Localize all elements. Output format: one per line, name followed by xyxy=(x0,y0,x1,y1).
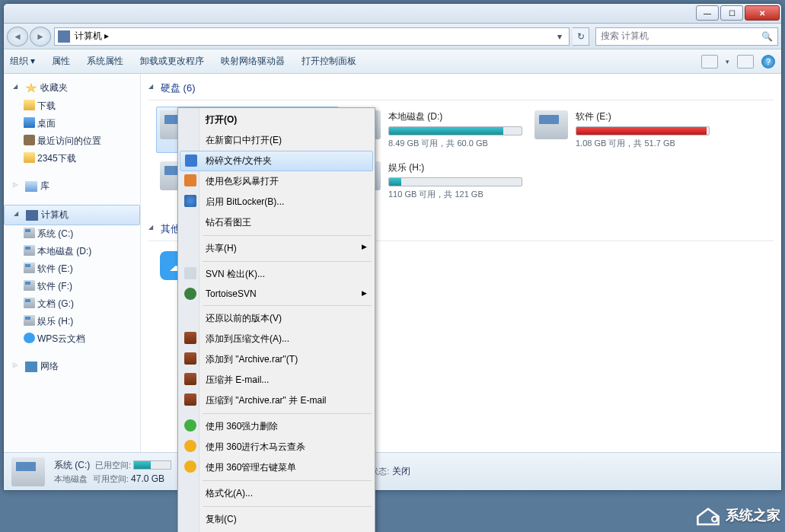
context-menu-item[interactable]: 共享(H) xyxy=(180,238,373,259)
360y-icon xyxy=(184,440,196,452)
rar-icon xyxy=(184,393,196,406)
view-options-icon[interactable] xyxy=(701,55,718,68)
sidebar-drive-g[interactable]: 文档 (G:) xyxy=(4,295,140,313)
view-dropdown-icon[interactable]: ▾ xyxy=(726,58,729,65)
libraries-header[interactable]: 库 xyxy=(4,177,140,196)
network-header[interactable]: 网络 xyxy=(4,357,140,376)
toolbar: 组织 ▾ 属性 系统属性 卸载或更改程序 映射网络驱动器 打开控制面板 ▾ ? xyxy=(4,49,781,74)
minimize-button[interactable] xyxy=(696,5,719,21)
control-panel-button[interactable]: 打开控制面板 xyxy=(302,55,356,68)
svg-point-0 xyxy=(712,517,717,522)
map-drive-button[interactable]: 映射网络驱动器 xyxy=(221,55,285,68)
context-menu-item[interactable]: SVN 检出(K)... xyxy=(180,264,373,285)
context-menu-item[interactable]: 添加到压缩文件(A)... xyxy=(180,329,373,349)
context-menu-item[interactable]: 使用色彩风暴打开 xyxy=(180,171,373,192)
context-menu-item[interactable]: 使用 360强力删除 xyxy=(180,416,373,437)
address-text: 计算机 ▸ xyxy=(75,30,109,43)
drive-icon xyxy=(24,245,35,256)
drive-icon xyxy=(24,228,35,238)
capacity-bar xyxy=(388,177,522,186)
explorer-window: ◄ ► 计算机 ▸ ▾ ↻ 搜索 计算机 🔍 组织 ▾ 属性 系统属性 卸载或更… xyxy=(3,3,782,491)
help-icon[interactable]: ? xyxy=(761,55,775,68)
capacity-bar xyxy=(576,126,710,135)
detail-free: 47.0 GB xyxy=(131,473,164,484)
titlebar xyxy=(4,4,781,24)
context-menu-item[interactable]: 压缩到 "Archive.rar" 并 E-mail xyxy=(180,390,373,411)
context-menu-item[interactable]: 粉碎文件/文件夹 xyxy=(180,151,373,171)
drive-capacity-text: 8.49 GB 可用，共 60.0 GB xyxy=(388,138,522,149)
drive-name: 软件 (E:) xyxy=(576,110,710,123)
sidebar-wps-cloud[interactable]: WPS云文档 xyxy=(4,330,140,348)
context-menu-item[interactable]: 钻石看图王 xyxy=(180,212,373,233)
context-menu-item[interactable]: 压缩并 E-mail... xyxy=(180,370,373,390)
address-dropdown-icon[interactable]: ▾ xyxy=(554,31,566,42)
sidebar-drive-d[interactable]: 本地磁盘 (D:) xyxy=(4,243,140,260)
drive-icon xyxy=(11,457,45,486)
used-bar xyxy=(133,460,171,470)
context-menu-item[interactable]: 在新窗口中打开(E) xyxy=(180,130,373,151)
maximize-button[interactable] xyxy=(720,5,743,21)
system-properties-button[interactable]: 系统属性 xyxy=(87,55,123,68)
context-menu-item[interactable]: TortoiseSVN xyxy=(180,285,373,303)
drives-section-header[interactable]: 硬盘 (6) xyxy=(141,74,781,98)
drive-capacity-text: 110 GB 可用，共 121 GB xyxy=(388,189,522,200)
search-icon: 🔍 xyxy=(761,31,773,42)
star-icon xyxy=(25,83,37,94)
detail-type: 本地磁盘 xyxy=(54,474,88,483)
preview-pane-icon[interactable] xyxy=(737,55,754,68)
context-menu-item[interactable]: 添加到 "Archive.rar"(T) xyxy=(180,349,373,370)
sidebar-item-recent[interactable]: 最近访问的位置 xyxy=(4,132,140,150)
watermark: 系统之家 xyxy=(695,505,780,526)
sidebar-drive-f[interactable]: 软件 (F:) xyxy=(4,278,140,295)
drive-name: 娱乐 (H:) xyxy=(388,161,522,174)
sidebar-item-downloads[interactable]: 下载 xyxy=(4,97,140,115)
sidebar-drive-h[interactable]: 娱乐 (H:) xyxy=(4,313,140,330)
rar-icon xyxy=(184,352,196,365)
drive-icon xyxy=(24,280,35,291)
uninstall-button[interactable]: 卸载或更改程序 xyxy=(140,55,204,68)
context-menu-item[interactable]: 打开(O) xyxy=(180,110,373,130)
360y-icon xyxy=(184,460,196,473)
context-menu-item[interactable]: 使用 360进行木马云查杀 xyxy=(180,437,373,457)
back-button[interactable]: ◄ xyxy=(7,27,28,46)
context-menu-item[interactable]: 格式化(A)... xyxy=(180,483,373,504)
rar-icon xyxy=(184,373,196,385)
sidebar-drive-c[interactable]: 系统 (C:) xyxy=(4,225,140,243)
drive-capacity-text: 1.08 GB 可用，共 51.7 GB xyxy=(576,138,710,149)
context-menu-item[interactable]: 使用 360管理右键菜单 xyxy=(180,457,373,478)
blue-icon xyxy=(185,155,197,167)
organize-menu[interactable]: 组织 ▾ xyxy=(10,55,35,68)
address-bar[interactable]: 计算机 ▸ ▾ xyxy=(54,27,570,46)
folder-icon xyxy=(24,152,35,163)
refresh-button[interactable]: ↻ xyxy=(573,27,589,46)
drive-icon xyxy=(24,315,35,326)
shield-icon xyxy=(184,195,196,207)
cloud-icon xyxy=(24,333,35,343)
sidebar-item-2345[interactable]: 2345下载 xyxy=(4,150,140,167)
context-menu-item[interactable]: 启用 BitLocker(B)... xyxy=(180,192,373,212)
computer-header[interactable]: 计算机 xyxy=(4,205,140,225)
watermark-logo-icon xyxy=(695,505,721,526)
context-menu-item[interactable]: 复制(C) xyxy=(180,509,373,530)
forward-button[interactable]: ► xyxy=(30,27,51,46)
network-icon xyxy=(25,362,37,372)
favorites-header[interactable]: 收藏夹 xyxy=(4,78,140,97)
close-button[interactable] xyxy=(745,5,780,21)
drive-item[interactable]: 软件 (E:) 1.08 GB 可用，共 51.7 GB xyxy=(531,107,713,153)
drive-icon xyxy=(24,298,35,308)
search-placeholder: 搜索 计算机 xyxy=(601,30,649,43)
nav-bar: ◄ ► 计算机 ▸ ▾ ↻ 搜索 计算机 🔍 xyxy=(4,24,781,49)
sidebar-item-desktop[interactable]: 桌面 xyxy=(4,115,140,132)
folder-icon xyxy=(24,100,35,110)
properties-button[interactable]: 属性 xyxy=(52,55,70,68)
360g-icon xyxy=(184,419,196,432)
sidebar-drive-e[interactable]: 软件 (E:) xyxy=(4,260,140,278)
computer-icon xyxy=(58,30,70,43)
context-menu: 打开(O)在新窗口中打开(E)粉碎文件/文件夹使用色彩风暴打开启用 BitLoc… xyxy=(177,107,375,532)
search-input[interactable]: 搜索 计算机 🔍 xyxy=(595,27,778,46)
drive-icon xyxy=(24,263,35,273)
capacity-bar xyxy=(388,126,522,135)
detail-bitlocker: 关闭 xyxy=(392,466,410,476)
context-menu-item[interactable]: 还原以前的版本(V) xyxy=(180,308,373,329)
desktop-icon xyxy=(24,117,35,128)
